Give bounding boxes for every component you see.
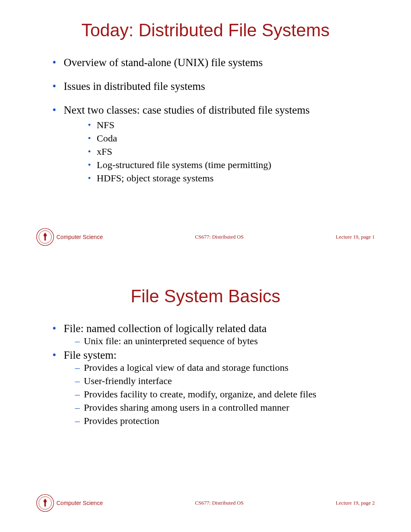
sub-dash-item: Provides sharing among users in a contro… [75,402,375,413]
bullet-item: File system: Provides a logical view of … [52,349,375,426]
slide-footer: Computer Science CS677: Distributed OS L… [36,494,375,512]
footer-page: Lecture 19, page 2 [336,500,375,506]
footer-dept: Computer Science [56,234,103,240]
sub-dash-list: Unix file: an uninterpreted sequence of … [75,336,375,347]
sub-dash-item: Provides facility to create, modify, org… [75,389,375,400]
bullet-item: File: named collection of logically rela… [52,322,375,347]
sub-bullet-item: Log-structured file systems (time permit… [88,160,375,170]
sub-dash-list: Provides a logical view of data and stor… [75,362,375,426]
sub-dash-item: Unix file: an uninterpreted sequence of … [75,336,375,347]
bullet-text: Next two classes: case studies of distri… [64,104,309,116]
svg-rect-5 [44,503,46,507]
university-seal-icon [36,228,54,246]
sub-dash-item: User-friendly interface [75,376,375,387]
bullet-item: Next two classes: case studies of distri… [52,104,375,184]
svg-rect-2 [44,237,46,241]
slide-title: File System Basics [36,286,375,306]
bullet-text: File system: [64,349,116,361]
sub-dash-item: Provides a logical view of data and stor… [75,362,375,373]
bullet-text: Issues in distributed file systems [64,80,205,92]
slide-1: Today: Distributed File Systems Overview… [0,0,411,266]
footer-dept: Computer Science [56,500,103,506]
bullet-item: Overview of stand-alone (UNIX) file syst… [52,56,375,69]
sub-bullet-list: NFS Coda xFS Log-structured file systems… [88,120,375,184]
slide-2: File System Basics File: named collectio… [0,266,411,532]
bullet-text: Overview of stand-alone (UNIX) file syst… [64,56,263,69]
sub-bullet-item: xFS [88,146,375,157]
bullet-item: Issues in distributed file systems [52,80,375,93]
bullet-list: File: named collection of logically rela… [52,322,375,426]
sub-bullet-item: Coda [88,133,375,144]
sub-bullet-item: NFS [88,120,375,131]
bullet-text: File: named collection of logically rela… [64,322,267,335]
slide-footer: Computer Science CS677: Distributed OS L… [36,228,375,246]
bullet-list: Overview of stand-alone (UNIX) file syst… [52,56,375,184]
sub-bullet-item: HDFS; object storage systems [88,173,375,184]
slide-title: Today: Distributed File Systems [36,20,375,40]
footer-course: CS677: Distributed OS [103,234,336,240]
footer-page: Lecture 19, page 1 [336,234,375,240]
university-seal-icon [36,494,54,512]
sub-dash-item: Provides protection [75,416,375,426]
footer-course: CS677: Distributed OS [103,500,336,506]
